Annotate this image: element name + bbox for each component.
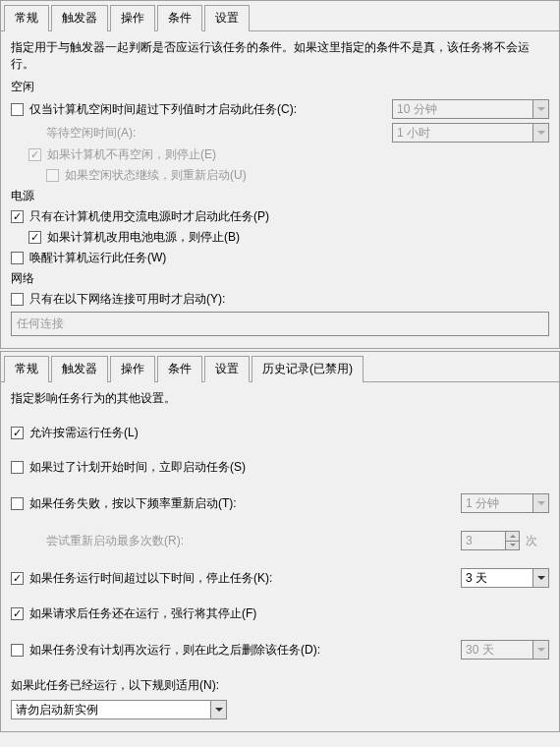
run-if-missed-label: 如果过了计划开始时间，立即启动任务(S)	[29, 459, 246, 476]
run-if-missed-checkbox[interactable]	[11, 461, 24, 474]
retry-count-label: 尝试重新启动最多次数(R):	[46, 533, 184, 549]
settings-tabs: 常规 触发器 操作 条件 设置 历史记录(已禁用)	[1, 352, 559, 382]
tab-conditions[interactable]: 条件	[157, 5, 202, 31]
tab2-history[interactable]: 历史记录(已禁用)	[252, 356, 364, 382]
restart-interval-value: 1 分钟	[462, 495, 532, 512]
start-if-idle-label: 仅当计算机空闲时间超过下列值时才启动此任务(C):	[29, 101, 297, 118]
chevron-down-icon	[532, 641, 548, 659]
idle-duration-dropdown: 10 分钟	[392, 99, 549, 119]
allow-on-demand-checkbox[interactable]	[11, 427, 24, 439]
tab2-actions[interactable]: 操作	[110, 356, 155, 382]
only-if-net-checkbox[interactable]	[11, 293, 24, 306]
restart-if-idle-checkbox	[46, 169, 59, 182]
chevron-down-icon[interactable]	[210, 701, 226, 718]
wait-idle-dropdown: 1 小时	[392, 123, 549, 143]
wait-idle-value: 1 小时	[393, 125, 532, 142]
stop-if-not-idle-checkbox	[28, 148, 41, 161]
stop-after-value: 3 天	[462, 570, 532, 587]
settings-desc: 指定影响任务行为的其他设置。	[11, 390, 549, 407]
conditions-content: 指定用于与触发器一起判断是否应运行该任务的条件。如果这里指定的条件不是真，该任务…	[1, 31, 559, 348]
retry-count-spinner: 3	[461, 531, 520, 550]
restart-if-idle-label: 如果空闲状态继续，则重新启动(U)	[65, 167, 247, 184]
conditions-desc: 指定用于与触发器一起判断是否应运行该任务的条件。如果这里指定的条件不是真，该任务…	[11, 39, 549, 73]
delete-if-no-sched-label: 如果任务没有计划再次运行，则在此之后删除该任务(D):	[29, 642, 320, 659]
spinner-buttons	[505, 532, 519, 549]
stop-on-battery-checkbox[interactable]	[28, 231, 41, 244]
idle-section: 空闲	[11, 79, 549, 95]
stop-if-long-checkbox[interactable]	[11, 572, 24, 585]
force-stop-label: 如果请求后任务还在运行，强行将其停止(F)	[29, 605, 256, 622]
tab-actions[interactable]: 操作	[110, 5, 155, 31]
chevron-down-icon[interactable]	[532, 569, 548, 587]
conditions-tabs: 常规 触发器 操作 条件 设置	[1, 1, 559, 31]
stop-after-dropdown[interactable]: 3 天	[461, 568, 549, 588]
restart-interval-dropdown: 1 分钟	[461, 493, 549, 513]
stop-on-battery-label: 如果计算机改用电池电源，则停止(B)	[47, 229, 240, 246]
tab2-conditions[interactable]: 条件	[157, 356, 202, 382]
retry-count-value: 3	[462, 534, 505, 547]
power-section: 电源	[11, 188, 549, 204]
only-ac-checkbox[interactable]	[11, 210, 24, 223]
force-stop-checkbox[interactable]	[11, 607, 24, 620]
delete-after-dropdown: 30 天	[461, 640, 549, 660]
tab-settings[interactable]: 设置	[204, 5, 250, 31]
idle-duration-value: 10 分钟	[393, 101, 532, 118]
delete-after-value: 30 天	[462, 642, 532, 659]
restart-on-fail-checkbox[interactable]	[11, 497, 24, 510]
rule-label: 如果此任务已经运行，以下规则适用(N):	[11, 677, 219, 694]
only-if-net-label: 只有在以下网络连接可用时才启动(Y):	[29, 291, 225, 308]
tab-general[interactable]: 常规	[4, 5, 49, 31]
delete-if-no-sched-checkbox[interactable]	[11, 644, 24, 657]
allow-on-demand-label: 允许按需运行任务(L)	[29, 425, 139, 441]
tab2-general[interactable]: 常规	[4, 356, 49, 382]
tab-triggers[interactable]: 触发器	[51, 5, 108, 31]
settings-panel: 常规 触发器 操作 条件 设置 历史记录(已禁用) 指定影响任务行为的其他设置。…	[0, 351, 560, 732]
network-section: 网络	[11, 270, 549, 287]
tab2-triggers[interactable]: 触发器	[51, 356, 108, 382]
network-connection-field: 任何连接	[11, 312, 549, 336]
conditions-panel: 常规 触发器 操作 条件 设置 指定用于与触发器一起判断是否应运行该任务的条件。…	[0, 0, 560, 349]
only-ac-label: 只有在计算机使用交流电源时才启动此任务(P)	[29, 208, 269, 225]
stop-if-long-label: 如果任务运行时间超过以下时间，停止任务(K):	[29, 570, 272, 587]
wake-to-run-label: 唤醒计算机运行此任务(W)	[29, 250, 166, 266]
chevron-down-icon	[532, 494, 548, 512]
wait-idle-label: 等待空闲时间(A):	[46, 125, 136, 142]
tab2-settings[interactable]: 设置	[204, 356, 250, 382]
retry-suffix: 次	[526, 533, 537, 549]
stop-if-not-idle-label: 如果计算机不再空闲，则停止(E)	[47, 146, 216, 163]
wake-to-run-checkbox[interactable]	[11, 252, 24, 264]
rule-value: 请勿启动新实例	[12, 702, 210, 718]
restart-on-fail-label: 如果任务失败，按以下频率重新启动(T):	[29, 495, 237, 512]
settings-content: 指定影响任务行为的其他设置。 允许按需运行任务(L) 如果过了计划开始时间，立即…	[1, 382, 559, 731]
chevron-down-icon	[532, 124, 548, 142]
rule-dropdown[interactable]: 请勿启动新实例	[11, 700, 227, 719]
start-if-idle-checkbox[interactable]	[11, 103, 24, 116]
chevron-down-icon	[532, 100, 548, 118]
